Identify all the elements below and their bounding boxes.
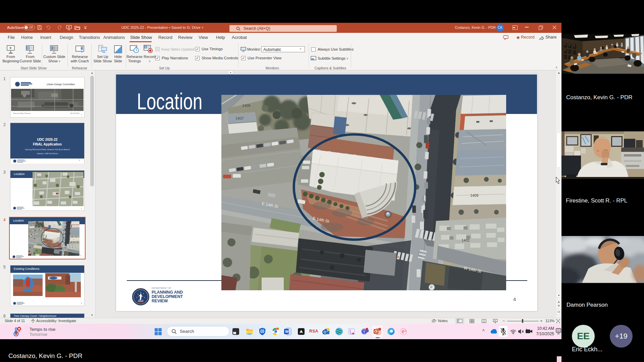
- svg-text:O: O: [324, 330, 326, 334]
- svg-text:W: W: [285, 329, 289, 334]
- svg-text:T: T: [363, 330, 365, 334]
